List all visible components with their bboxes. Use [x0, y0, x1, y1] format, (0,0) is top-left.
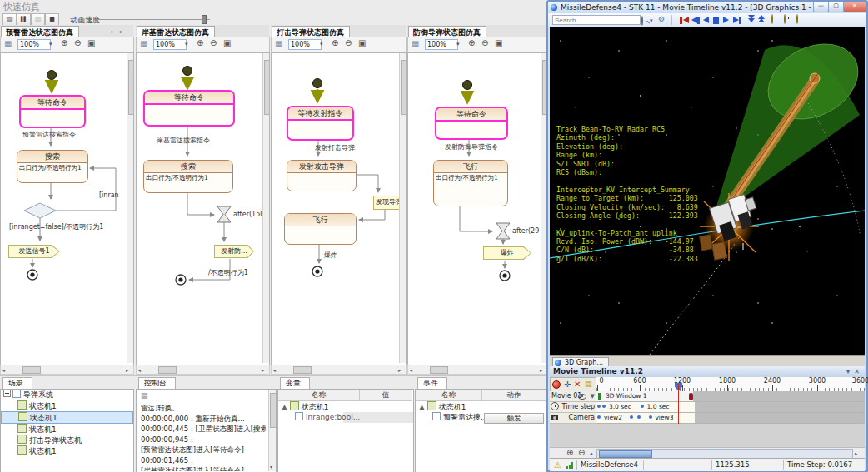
signal-launch-defense[interactable]: 发射防...	[214, 245, 254, 258]
warning-icon[interactable]: ⚠	[554, 459, 561, 471]
zoom-select[interactable]: 100%	[425, 39, 458, 50]
minimize-button[interactable]: —	[813, 2, 829, 12]
decrease-step-icon[interactable]	[748, 15, 755, 25]
event-row[interactable]: ▲ 状态机1	[416, 401, 547, 412]
chevron-down-icon[interactable]	[320, 39, 323, 47]
zoom-out-icon[interactable]	[210, 38, 217, 47]
tree-root[interactable]: 导弹系统	[1, 390, 133, 400]
trigger-button[interactable]: 触发	[484, 413, 544, 424]
clock-icon-1[interactable]	[771, 14, 773, 24]
zoom-in-icon[interactable]	[197, 38, 203, 47]
zoom-select[interactable]: 100%	[17, 39, 51, 50]
tree-item-statemachine[interactable]: 状态机1	[1, 445, 133, 456]
h-scrollbar-2[interactable]: ◂▸	[136, 365, 270, 375]
3d-graphics-view[interactable]: Track Beam-To-RV Radar RCS Azimuth (deg)…	[550, 27, 865, 355]
movie-timeline-header[interactable]: Movie Timeline v11.2 ▾ ✕	[550, 366, 865, 378]
clear-console-icon[interactable]	[141, 391, 148, 400]
tab-events[interactable]: 事件	[417, 377, 447, 389]
add-item-icon[interactable]: ✛	[564, 380, 571, 389]
scroll-right-icon[interactable]: ▸	[855, 450, 857, 457]
play-button[interactable]	[723, 15, 729, 25]
animation-speed-slider-thumb[interactable]	[202, 15, 207, 24]
diagram-canvas-4[interactable]: 等待命令 发射防御导弹指令 飞行 出口行为/不透明行为1 after(2900m…	[407, 52, 548, 365]
col-name[interactable]: 名称	[278, 390, 360, 401]
h-scrollbar-1[interactable]: ◂▸	[0, 365, 134, 375]
zoom-out-icon[interactable]	[345, 38, 352, 47]
zoom-select[interactable]: 100%	[153, 39, 187, 50]
state-search[interactable]: 搜索 出口行为/不透明行为1	[143, 160, 233, 193]
zoom-fit-icon[interactable]	[223, 38, 231, 47]
zoom-out-icon[interactable]	[74, 38, 81, 47]
maximize-button[interactable]: ▢	[828, 2, 844, 12]
gear-icon[interactable]	[658, 15, 665, 23]
grid-icon[interactable]	[4, 39, 12, 48]
event-found-missile[interactable]: 发现导弹	[373, 196, 402, 210]
grid-icon[interactable]	[275, 39, 282, 48]
variable-row[interactable]: ▲ 状态机1	[278, 401, 413, 412]
animation-speed-slider[interactable]	[93, 19, 210, 20]
record-button[interactable]	[31, 13, 45, 26]
v-scrollbar[interactable]	[399, 53, 407, 363]
state-flight[interactable]: 飞行 出口行为/不透明行为1	[433, 160, 508, 206]
tab-scroll-right-icon[interactable]: ▸	[120, 27, 122, 35]
console-scrollbar[interactable]: ▾	[268, 390, 276, 471]
zoom-out-icon[interactable]	[481, 38, 488, 47]
tree-item-statemachine[interactable]: 状态机1	[1, 424, 133, 435]
delete-item-icon[interactable]: ✕	[574, 380, 581, 389]
timestep-track-row[interactable]: Time step 3.0 sec 1.0 sec	[550, 402, 865, 412]
state-wait-command[interactable]: 等待命令	[143, 90, 235, 127]
state-wait-command[interactable]: 等待命令	[19, 95, 86, 128]
chevron-down-icon[interactable]	[185, 39, 188, 47]
zoom-out-icon[interactable]	[578, 448, 585, 457]
tab-scroll-left-icon[interactable]: ◂	[110, 27, 112, 35]
signal-send[interactable]: 发送信号1	[8, 245, 60, 258]
zoom-in-icon[interactable]	[468, 38, 475, 47]
step-back-button[interactable]	[691, 15, 701, 25]
visibility-icon[interactable]	[578, 394, 586, 400]
v-scrollbar[interactable]	[127, 53, 134, 363]
h-scrollbar-4[interactable]: ◂▸	[407, 365, 548, 375]
col-action[interactable]: 动作	[482, 390, 546, 401]
stk-titlebar[interactable]: MissileDefense4 - STK 11 - Movie Timelin…	[548, 2, 866, 13]
col-value[interactable]: 值	[360, 390, 412, 401]
tree-item-strike-statemachine[interactable]: 打击导弹状态机	[1, 435, 133, 445]
state-wait-launch-cmd[interactable]: 等待发射指令	[287, 106, 354, 141]
step-forward-button[interactable]	[733, 15, 742, 25]
search-icon[interactable]	[641, 16, 643, 26]
zoom-in-icon[interactable]	[332, 38, 338, 47]
movie-track-row[interactable]: Movie 01 ▼ 3D Window 1	[550, 391, 865, 401]
record-movie-icon[interactable]	[552, 380, 561, 390]
zoom-in-icon[interactable]	[566, 448, 573, 457]
clock-icon-2[interactable]	[784, 14, 786, 24]
search-input[interactable]	[552, 15, 641, 25]
keyframe-dot[interactable]	[641, 405, 644, 408]
keyframe-dot[interactable]	[602, 405, 606, 408]
reset-to-start-button[interactable]	[680, 15, 689, 25]
search-options-icon[interactable]	[650, 16, 653, 24]
clock-icon-3[interactable]	[796, 14, 798, 24]
dropdown-icon[interactable]: ▼	[591, 391, 595, 401]
keyframe-dot[interactable]	[637, 415, 641, 419]
pause-button[interactable]	[17, 13, 31, 26]
keyframe-dot[interactable]	[630, 415, 633, 419]
tab-console[interactable]: 控制台	[138, 377, 176, 389]
state-flight[interactable]: 飞行	[284, 213, 357, 245]
collapse-icon[interactable]	[3, 390, 11, 397]
film-icon[interactable]	[2, 13, 17, 26]
tree-item-statemachine-selected[interactable]: 状态机1	[1, 411, 133, 424]
zoom-fit-icon[interactable]	[358, 38, 366, 47]
close-panel-icon[interactable]: ✕	[854, 366, 860, 377]
keyframe-dot[interactable]	[597, 415, 601, 419]
state-search[interactable]: 搜索 出口行为/不透明行为1	[17, 150, 88, 183]
col-name[interactable]: 名称	[416, 390, 482, 401]
state-wait-command[interactable]: 等待命令	[435, 107, 508, 140]
zoom-fit-icon[interactable]	[495, 38, 502, 47]
splitter[interactable]	[0, 375, 546, 376]
keyframe-dot[interactable]	[649, 415, 652, 419]
diagram-canvas-1[interactable]: 等待命令 预警雷达搜索指令 搜索 出口行为/不透明行为1 [inranget=f…	[0, 52, 134, 365]
chevron-down-icon[interactable]	[49, 39, 52, 47]
scroll-left-icon[interactable]: ◂	[590, 450, 592, 457]
zoom-select[interactable]: 100%	[288, 39, 322, 50]
stop-button[interactable]	[45, 13, 59, 26]
v-scrollbar[interactable]	[262, 53, 270, 363]
